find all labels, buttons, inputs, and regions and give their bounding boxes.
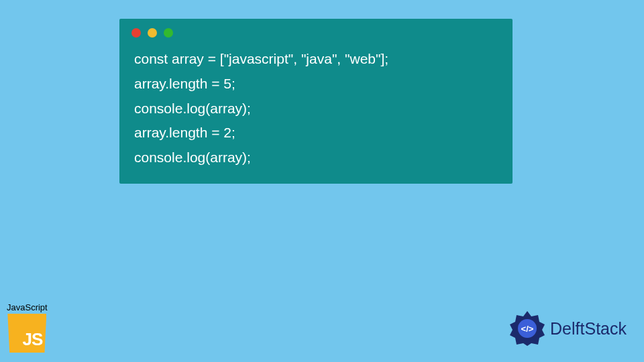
code-body: const array = ["javascript", "java", "we… bbox=[119, 42, 513, 180]
code-line: const array = ["javascript", "java", "we… bbox=[134, 47, 498, 72]
window-controls bbox=[119, 19, 513, 42]
code-line: console.log(array); bbox=[134, 97, 498, 121]
code-line: array.length = 2; bbox=[134, 121, 498, 145]
code-window: const array = ["javascript", "java", "we… bbox=[119, 19, 513, 184]
javascript-logo-icon: JS bbox=[7, 314, 46, 353]
delftstack-text: DelftStack bbox=[550, 319, 627, 339]
svg-text:</>: </> bbox=[521, 324, 534, 334]
close-dot-icon bbox=[131, 28, 141, 38]
maximize-dot-icon bbox=[164, 28, 173, 38]
delftstack-badge: </> DelftStack bbox=[508, 310, 627, 347]
javascript-label: JavaScript bbox=[7, 302, 48, 312]
code-line: console.log(array); bbox=[134, 145, 498, 170]
minimize-dot-icon bbox=[148, 28, 157, 38]
javascript-badge: JavaScript JS bbox=[7, 302, 48, 353]
javascript-logo-text: JS bbox=[23, 329, 43, 350]
delftstack-logo-icon: </> bbox=[508, 310, 546, 347]
code-line: array.length = 5; bbox=[134, 72, 498, 97]
